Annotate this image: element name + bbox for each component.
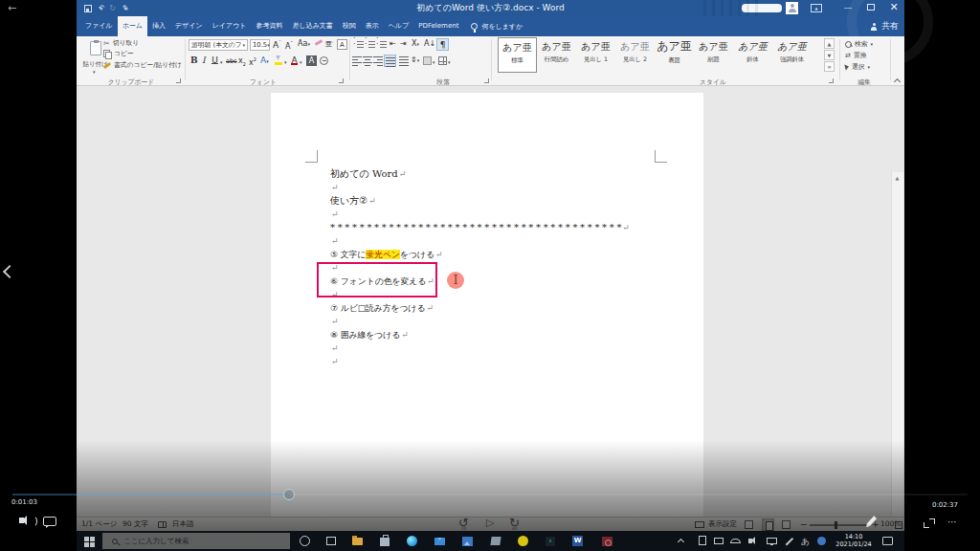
doc-line[interactable]: ↵ <box>330 342 694 355</box>
ribbon-tab[interactable]: 挿入 <box>147 16 170 36</box>
share-button[interactable]: 共有 <box>870 16 899 36</box>
ribbon-tab[interactable]: ホーム <box>118 16 147 36</box>
print-layout-icon[interactable] <box>762 518 774 531</box>
find-button[interactable]: 検索▾ <box>845 39 873 49</box>
fullscreen-icon[interactable] <box>924 518 935 529</box>
doc-line[interactable]: ↵ <box>330 234 694 248</box>
ruby-button[interactable]: 亜: <box>325 39 333 49</box>
paragraph-dialog-launcher[interactable] <box>484 78 489 83</box>
superscript-button[interactable]: x2 <box>249 56 256 67</box>
justify-button[interactable] <box>384 55 396 67</box>
tray-expand-icon[interactable] <box>678 539 684 545</box>
ribbon-tab[interactable]: 表示 <box>361 16 384 36</box>
tell-me-box[interactable]: 何をしますか <box>463 16 530 36</box>
tray-pen-icon[interactable] <box>786 538 793 545</box>
cortana-icon[interactable] <box>300 536 310 546</box>
align-right-button[interactable] <box>373 55 383 66</box>
underline-caret[interactable]: ▾ <box>220 59 223 65</box>
increase-indent-button[interactable]: ⇥ <box>400 39 407 48</box>
bold-button[interactable]: B <box>190 55 198 65</box>
display-settings[interactable]: 表示設定 <box>708 518 737 532</box>
italic-button[interactable]: I <box>202 55 206 65</box>
scroll-up-icon[interactable]: ▲ <box>893 174 902 183</box>
tray-ime-icon[interactable]: あ <box>801 536 810 548</box>
tray-device-icon[interactable] <box>699 536 706 545</box>
underline-button[interactable]: U <box>211 55 219 65</box>
doc-line[interactable]: ⑧ 囲み線をつける↵ <box>330 328 694 342</box>
restore-button[interactable] <box>862 0 880 16</box>
line-spacing-button[interactable]: ⇕▾ <box>411 55 419 64</box>
ribbon-tab[interactable]: 校閲 <box>338 16 361 36</box>
grow-font-button[interactable]: Aˆ <box>273 39 281 50</box>
character-shading-button[interactable]: A <box>306 55 317 66</box>
edge-icon[interactable] <box>407 536 417 546</box>
replace-button[interactable]: ⇄置換 <box>845 51 866 60</box>
task-view-icon[interactable] <box>326 537 336 545</box>
language-indicator[interactable]: 日本語 <box>172 518 194 532</box>
sort-button[interactable]: A↓ <box>424 39 435 48</box>
decrease-indent-button[interactable]: ⇤ <box>390 39 396 48</box>
copy-button[interactable]: コピー <box>103 49 134 58</box>
vertical-scrollbar[interactable] <box>891 172 903 517</box>
shrink-font-button[interactable]: Aˇ <box>285 40 293 51</box>
ribbon-tab[interactable]: PDFelement <box>413 16 463 36</box>
font-name-combo[interactable]: 游明朝 (本文のフ▾ <box>189 39 248 51</box>
style-item[interactable]: あア亜見出し 1 <box>576 37 615 73</box>
sticky-notes-icon[interactable] <box>518 536 528 546</box>
tray-app-icon[interactable] <box>817 537 826 545</box>
fit-page-icon[interactable] <box>895 521 902 529</box>
tray-clock[interactable]: 14:102021/01/24 <box>831 534 877 548</box>
doc-line[interactable]: 初めての Word↵ <box>330 167 694 181</box>
strikethrough-button[interactable]: abc <box>226 57 237 65</box>
doc-line[interactable]: ↵ <box>330 181 694 194</box>
align-left-button[interactable] <box>352 55 362 66</box>
change-case-button[interactable]: Aa▾ <box>298 39 310 48</box>
subtitles-icon[interactable] <box>43 517 56 526</box>
cut-button[interactable]: ✂切り取り <box>103 38 139 48</box>
ribbon-tab[interactable]: デザイン <box>170 16 208 36</box>
text-effects-button[interactable]: A▾ <box>260 55 269 65</box>
styles-expand[interactable]: ≡ <box>824 61 835 72</box>
photos-icon[interactable] <box>462 537 473 546</box>
numbering-button[interactable] <box>365 39 375 50</box>
align-center-button[interactable] <box>363 55 372 66</box>
progress-handle[interactable] <box>283 489 295 500</box>
character-border-button[interactable]: A <box>337 39 347 50</box>
font-color-button[interactable]: A <box>290 55 299 65</box>
font-size-combo[interactable]: 10.5▾ <box>250 39 270 51</box>
enclose-characters-button[interactable] <box>320 56 328 65</box>
taskbar-search[interactable]: ここに入力して検索 <box>102 533 290 549</box>
doc-line[interactable]: 使い方②↵ <box>330 194 694 208</box>
doc-line[interactable]: * * * * * * * * * * * * * * * * * * * * … <box>330 221 694 234</box>
recorder-icon[interactable] <box>602 537 612 546</box>
player-back-icon[interactable]: ← <box>8 2 16 14</box>
highlight-caret[interactable]: ▾ <box>284 59 287 65</box>
doc-line[interactable]: ↵ <box>330 208 694 221</box>
style-item[interactable]: あア亜強調斜体 <box>772 37 812 73</box>
style-item[interactable]: あア亜斜体 <box>733 37 772 73</box>
ribbon-display-options-icon[interactable]: ▲ <box>811 4 822 12</box>
start-button[interactable] <box>84 537 89 541</box>
ribbon-tab[interactable]: ファイル <box>80 16 118 36</box>
ribbon-tab[interactable]: 差し込み文書 <box>287 16 337 36</box>
word-count[interactable]: 90 文字 <box>122 518 148 532</box>
doc-line[interactable]: ↵ <box>330 315 694 328</box>
ribbon-tab[interactable]: レイアウト <box>208 16 252 36</box>
borders-button[interactable] <box>438 56 447 65</box>
zoom-slider-track[interactable] <box>810 524 869 526</box>
tray-network-icon[interactable] <box>767 538 777 544</box>
play-button[interactable]: ▷ <box>486 517 494 530</box>
shading-button[interactable] <box>423 56 432 65</box>
more-options-icon[interactable]: ⋯ <box>947 517 958 527</box>
bullets-button[interactable] <box>353 39 364 50</box>
clipboard-dialog-launcher[interactable] <box>176 78 181 83</box>
ribbon-tab[interactable]: 参考資料 <box>251 16 287 36</box>
select-button[interactable]: 選択▾ <box>845 62 870 72</box>
tray-onedrive-icon[interactable] <box>730 539 741 543</box>
page-indicator[interactable]: 1/1 ページ <box>81 518 117 532</box>
zoom-slider-handle[interactable] <box>835 521 837 529</box>
phonetic-brush-icon[interactable] <box>315 39 323 46</box>
ribbon-tab[interactable]: ヘルプ <box>384 16 414 36</box>
notes-app-icon[interactable] <box>490 537 501 545</box>
highlight-color-button[interactable] <box>274 55 283 65</box>
